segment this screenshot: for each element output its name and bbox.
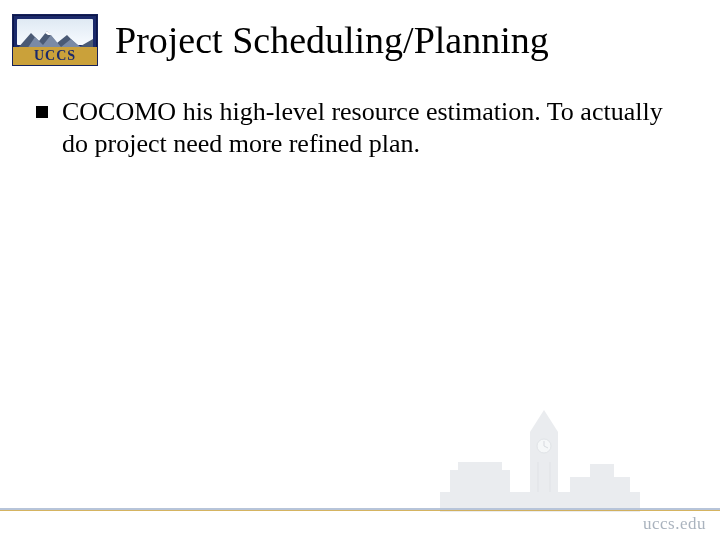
- svg-rect-6: [530, 432, 558, 494]
- slide-title: Project Scheduling/Planning: [115, 18, 700, 62]
- slide: UCCS Project Scheduling/Planning COCOMO …: [0, 0, 720, 540]
- logo-mountain: [17, 29, 93, 49]
- svg-line-16: [544, 446, 548, 448]
- logo-band: UCCS: [13, 47, 97, 65]
- bullet-item: COCOMO his high-level resource estimatio…: [36, 96, 680, 159]
- square-bullet-icon: [36, 106, 48, 118]
- svg-rect-8: [540, 422, 548, 426]
- bullet-text: COCOMO his high-level resource estimatio…: [62, 96, 680, 159]
- uccs-logo: UCCS: [12, 14, 98, 66]
- svg-rect-11: [590, 464, 614, 478]
- svg-rect-10: [570, 477, 630, 494]
- svg-point-14: [537, 439, 551, 453]
- clock-tower-watermark: [440, 392, 640, 512]
- svg-point-9: [537, 439, 551, 453]
- svg-marker-7: [530, 410, 558, 432]
- footer-divider: [0, 508, 720, 510]
- svg-rect-5: [458, 462, 502, 472]
- slide-body: COCOMO his high-level resource estimatio…: [36, 96, 680, 159]
- logo-text: UCCS: [34, 48, 76, 64]
- svg-rect-4: [450, 470, 510, 494]
- footer-domain: uccs.edu: [643, 514, 706, 534]
